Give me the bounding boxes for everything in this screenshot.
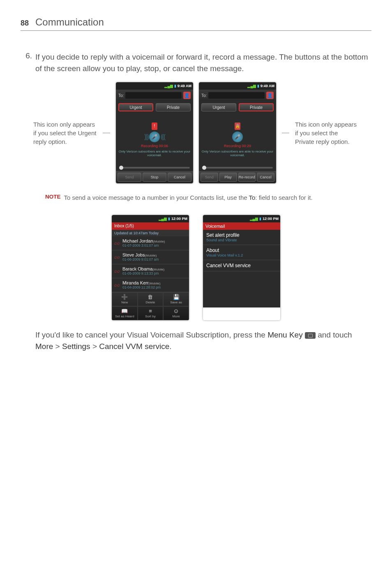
note: NOTE To send a voice message to a number… [45, 193, 371, 203]
phone-screenshot-private: ▂▄▆ ▮ 9:49 AM To: 👤 Urgent Private 🔒 🎤 R… [199, 82, 276, 183]
status-bar: ▂▄▆ ▮ 12:00 PM [203, 215, 280, 222]
urgent-button[interactable]: Urgent [201, 103, 236, 111]
private-button[interactable]: Private [156, 103, 191, 111]
signal-icon: ▂▄▆ [250, 217, 258, 221]
note-label: NOTE [45, 194, 61, 203]
to-label: To: [118, 93, 124, 98]
closing-cancel: Cancel VVM service [99, 342, 169, 351]
settings-item[interactable]: AboutVisual Voice Mail v.1.2 [203, 245, 280, 260]
callout-connector-left [103, 133, 110, 133]
contact-picker-icon[interactable]: 👤 [183, 92, 191, 99]
grid-icon: ⊙ [174, 308, 178, 314]
voicemail-icon: ⌕⌕ [114, 268, 120, 274]
to-input[interactable] [208, 92, 265, 99]
grid-icon: ≡ [149, 308, 152, 314]
status-bar: ▂▄▆ ▮ 9:49 AM [199, 82, 276, 90]
grid-button-new[interactable]: ➕New [112, 292, 138, 306]
callout-urgent: This icon only appears if you select the… [33, 120, 97, 146]
signal-icon: ▂▄▆ [159, 217, 167, 221]
private-button[interactable]: Private [239, 103, 274, 111]
grid-icon: 💾 [173, 294, 180, 300]
to-label: To: [201, 93, 207, 98]
progress-slider[interactable] [116, 166, 193, 171]
to-input[interactable] [125, 92, 182, 99]
contact-picker-icon[interactable]: 👤 [266, 92, 274, 99]
settings-fill [203, 271, 280, 307]
settings-item[interactable]: Cancel VVM service [203, 260, 280, 271]
note-text: To send a voice message to a number in y… [64, 193, 313, 203]
inbox-item[interactable]: ⌕⌕Barack Obama(Mobile)01-05-2009 9:13:33… [112, 264, 189, 278]
note-text-b: : field to search for it. [255, 194, 312, 201]
subscriber-note: Only Verizon subscribers are able to rec… [118, 150, 191, 157]
send-button[interactable]: Send [118, 173, 141, 182]
grid-icon: ➕ [121, 294, 128, 300]
status-bar: ▂▄▆ ▮ 12:00 PM [112, 215, 189, 222]
battery-icon: ▮ [259, 217, 261, 221]
step-6: 6. If you decide to reply with a voicema… [21, 51, 371, 74]
callout-private: This icon only appears if you select the… [295, 120, 359, 146]
private-lock-icon: 🔒 [235, 123, 240, 130]
settings-list: Set alert profileSound and VibrateAboutV… [203, 230, 280, 271]
closing-settings: Settings [62, 342, 90, 351]
inbox-item[interactable]: ⌕⌕Miranda Kerr(Mobile)01-04-2009 11:28:0… [112, 278, 189, 292]
grid-button-more[interactable]: ⊙More [163, 306, 189, 320]
closing-gt2: > [90, 342, 99, 351]
status-bar: ▂▄▆ ▮ 9:49 AM [116, 82, 193, 90]
status-time: 12:00 PM [171, 217, 187, 221]
closing-a: If you'd like to cancel your Visual Voic… [35, 331, 267, 339]
closing-more: More [35, 342, 53, 351]
phone-screenshot-inbox: ▂▄▆ ▮ 12:00 PM Inbox (1/5) Updated at 10… [112, 215, 189, 320]
grid-button-sort-by[interactable]: ≡Sort by [138, 306, 164, 320]
microphone-icon[interactable]: 🎤 [232, 132, 243, 142]
note-text-a: To send a voice message to a number in y… [64, 194, 249, 201]
progress-slider[interactable] [199, 166, 276, 171]
menu-key-icon [305, 332, 316, 339]
grid-icon: 📖 [121, 308, 128, 314]
phone-screenshot-settings: ▂▄▆ ▮ 12:00 PM Voicemail Set alert profi… [203, 215, 280, 320]
voicemail-icon: ⌕⌕ [114, 254, 120, 260]
figure-inbox-settings: ▂▄▆ ▮ 12:00 PM Inbox (1/5) Updated at 10… [21, 215, 371, 320]
send-button[interactable]: Send [201, 173, 218, 182]
stop-button[interactable]: Stop [143, 173, 166, 182]
closing-gt1: > [53, 342, 62, 351]
inbox-header: Inbox (1/5) [112, 222, 189, 230]
battery-icon: ▮ [168, 217, 170, 221]
status-time: 9:49 AM [261, 84, 274, 88]
option-row: Urgent Private [199, 101, 276, 113]
settings-item[interactable]: Set alert profileSound and Vibrate [203, 230, 280, 245]
urgent-button[interactable]: Urgent [118, 103, 153, 111]
grid-button-delete[interactable]: 🗑Delete [138, 292, 164, 306]
grid-button-set-as-heard[interactable]: 📖Set as Heard [112, 306, 138, 320]
voicemail-icon: ⌕⌕ [114, 282, 120, 288]
cancel-button[interactable]: Cancel [168, 173, 191, 182]
inbox-grid-buttons: ➕New🗑Delete💾Save as📖Set as Heard≡Sort by… [112, 292, 189, 320]
play-button[interactable]: Play [219, 173, 237, 182]
recording-area: ! ))) 🎤 ((( Recording 00:06 Only Verizon… [116, 113, 193, 166]
status-time: 9:49 AM [178, 84, 191, 88]
inbox-item[interactable]: ⌕⌕Michael Jordan(Mobile)01-07-2009 3:01:… [112, 236, 189, 250]
callout-connector-right [282, 133, 289, 133]
closing-paragraph: If you'd like to cancel your Visual Voic… [35, 329, 371, 353]
recording-timer: Recording 00:06 [141, 144, 168, 148]
figure-reply-screens: This icon only appears if you select the… [21, 82, 371, 183]
settings-header: Voicemail [203, 222, 280, 230]
inbox-updated: Updated at 10:47am Today [112, 230, 189, 236]
inbox-list: ⌕⌕Michael Jordan(Mobile)01-07-2009 3:01:… [112, 236, 189, 292]
signal-icon: ▂▄▆ [247, 84, 256, 88]
mic-rings-right: ((( [161, 133, 165, 141]
button-row: Send Stop Cancel [116, 171, 193, 183]
phone-screenshot-urgent: ▂▄▆ ▮ 9:49 AM To: 👤 Urgent Private ! )))… [116, 82, 193, 183]
urgent-flag-icon: ! [152, 123, 157, 130]
cancel-button[interactable]: Cancel [257, 173, 274, 182]
recording-area: 🔒 🎤 Recording 00:29 Only Verizon subscri… [199, 113, 276, 166]
rerecord-button[interactable]: Re-record [238, 173, 256, 182]
inbox-item[interactable]: ⌕⌕Steve Jobs(Mobile)01-06-2009 9:01:07 a… [112, 250, 189, 264]
page-number: 88 [21, 19, 29, 28]
to-row: To: 👤 [199, 90, 276, 101]
to-row: To: 👤 [116, 90, 193, 101]
microphone-icon[interactable]: 🎤 [149, 132, 160, 142]
status-time: 12:00 PM [263, 217, 279, 221]
closing-menu-key: Menu Key [267, 331, 303, 339]
step-text: If you decide to reply with a voicemail … [35, 51, 371, 74]
grid-button-save-as[interactable]: 💾Save as [163, 292, 189, 306]
